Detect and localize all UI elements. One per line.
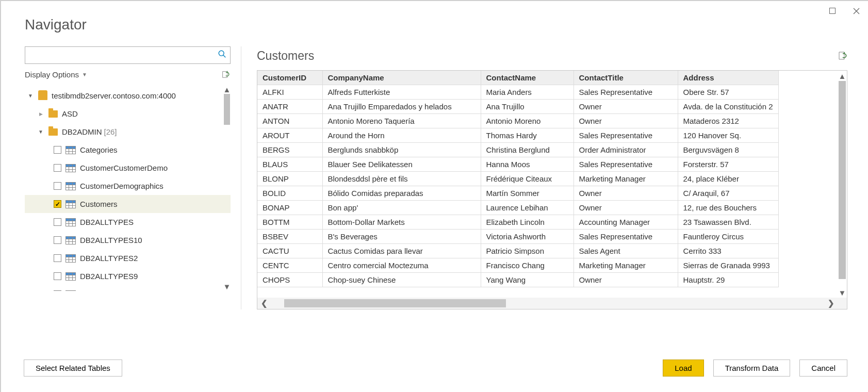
checkbox[interactable] — [54, 236, 61, 244]
checkbox[interactable] — [54, 290, 61, 291]
table-row[interactable]: ANATRAna Trujillo Emparedados y heladosA… — [257, 100, 778, 114]
display-options-dropdown[interactable]: Display Options ▼ — [25, 70, 87, 79]
scroll-up-icon[interactable]: ▲ — [222, 85, 231, 94]
table-row[interactable]: ANTONAntonio Moreno TaqueríaAntonio More… — [257, 114, 778, 128]
search-icon[interactable] — [218, 50, 227, 59]
column-header[interactable]: CompanyName — [322, 71, 481, 85]
tree-table-item[interactable]: DB2ALLTYPES — [25, 213, 231, 231]
table-row[interactable]: BLONPBlondesddsl père et filsFrédérique … — [257, 172, 778, 186]
tree-server-node[interactable]: testibmdb2server.contoso.com:4000 — [25, 87, 231, 105]
table-row[interactable]: AROUTAround the HornThomas HardySales Re… — [257, 128, 778, 143]
table-row[interactable]: BOTTMBottom-Dollar MarketsElizabeth Linc… — [257, 215, 778, 230]
tree-node-label: DB2ADMIN — [62, 127, 102, 136]
table-cell: Alfreds Futterkiste — [322, 85, 481, 100]
scroll-down-icon[interactable]: ▼ — [222, 282, 231, 291]
search-input[interactable] — [25, 47, 230, 63]
column-header[interactable]: ContactName — [481, 71, 574, 85]
table-cell: Around the Horn — [322, 128, 481, 143]
table-cell: 24, place Kléber — [678, 172, 778, 186]
table-cell: C/ Araquil, 67 — [678, 186, 778, 201]
select-related-tables-button[interactable]: Select Related Tables — [24, 360, 122, 377]
tree-folder-asd[interactable]: ASD — [25, 105, 231, 123]
folder-icon — [48, 110, 58, 118]
tree-folder-db2admin[interactable]: DB2ADMIN [26] — [25, 123, 231, 141]
table-cell: Hanna Moos — [481, 157, 574, 172]
table-row[interactable]: BERGSBerglunds snabbköpChristina Berglun… — [257, 143, 778, 157]
table-cell: Blauer See Delikatessen — [322, 157, 481, 172]
grid-scroll-thumb[interactable] — [839, 81, 846, 279]
table-cell: Berguvsvägen 8 — [678, 143, 778, 157]
table-cell: Ana Trujillo — [481, 100, 574, 114]
table-cell: Fauntleroy Circus — [678, 230, 778, 244]
table-row[interactable]: CHOPSChop-suey ChineseYang WangOwnerHaup… — [257, 273, 778, 287]
svg-rect-0 — [830, 8, 836, 14]
tree-table-item[interactable]: Categories — [25, 141, 231, 159]
tree-table-item[interactable]: CustomerDemographics — [25, 177, 231, 195]
table-cell: Blondesddsl père et fils — [322, 172, 481, 186]
table-cell: Maria Anders — [481, 85, 574, 100]
checkbox[interactable] — [54, 200, 61, 208]
table-cell: Francisco Chang — [481, 258, 574, 273]
tree-node-label: Customers — [80, 200, 118, 208]
table-cell: CACTU — [257, 244, 322, 258]
tree-node-count: [26] — [104, 127, 117, 136]
grid-scroll-down-icon[interactable]: ▼ — [838, 287, 847, 298]
checkbox[interactable] — [54, 218, 61, 226]
table-cell: Laurence Lebihan — [481, 201, 574, 215]
tree-table-item[interactable]: DB2ALLTYPES9 — [25, 267, 231, 285]
grid-hscroll: ❮ ❯ — [257, 298, 847, 309]
table-cell: Hauptstr. 29 — [678, 273, 778, 287]
load-button[interactable]: Load — [663, 360, 703, 377]
grid-scroll-left-icon[interactable]: ❮ — [257, 298, 271, 309]
checkbox[interactable] — [54, 182, 61, 190]
table-cell: Cactus Comidas para llevar — [322, 244, 481, 258]
navigator-tree: testibmdb2server.contoso.com:4000 ASD DB… — [25, 85, 231, 291]
checkbox[interactable] — [54, 164, 61, 172]
caret-open-icon[interactable] — [37, 129, 44, 135]
table-row[interactable]: CENTCCentro comercial MoctezumaFrancisco… — [257, 258, 778, 273]
table-cell: Sales Agent — [574, 244, 678, 258]
column-header[interactable]: Address — [678, 71, 778, 85]
tree-table-item[interactable]: DB2ALLTYPES2 — [25, 249, 231, 267]
table-row[interactable]: BOLIDBólido Comidas preparadasMartín Som… — [257, 186, 778, 201]
tree-table-item[interactable]: DB2ALLTYPES10 — [25, 231, 231, 249]
table-cell: B's Beverages — [322, 230, 481, 244]
table-cell: Bottom-Dollar Markets — [322, 215, 481, 230]
table-row[interactable]: BLAUSBlauer See DelikatessenHanna MoosSa… — [257, 157, 778, 172]
table-row[interactable]: BONAPBon app'Laurence LebihanOwner12, ru… — [257, 201, 778, 215]
grid-scroll-right-icon[interactable]: ❯ — [824, 298, 838, 309]
caret-open-icon[interactable] — [27, 93, 34, 99]
tree-table-item[interactable]: CustomerCustomerDemo — [25, 159, 231, 177]
table-row[interactable]: BSBEVB's BeveragesVictoria AshworthSales… — [257, 230, 778, 244]
column-header[interactable]: ContactTitle — [574, 71, 678, 85]
scroll-thumb[interactable] — [224, 94, 230, 125]
table-cell: Berglunds snabbköp — [322, 143, 481, 157]
table-row[interactable]: CACTUCactus Comidas para llevarPatricio … — [257, 244, 778, 258]
cancel-button[interactable]: Cancel — [799, 360, 847, 377]
table-cell: Sales Representative — [574, 157, 678, 172]
tree-table-item[interactable]: DB2TESTCOLUMN — [25, 285, 231, 291]
grid-hscroll-thumb[interactable] — [284, 299, 506, 307]
grid-scroll-up-icon[interactable]: ▲ — [838, 71, 847, 81]
checkbox[interactable] — [54, 254, 61, 262]
dialog-title: Navigator — [1, 1, 868, 46]
transform-data-button[interactable]: Transform Data — [713, 360, 791, 377]
maximize-button[interactable] — [821, 3, 844, 19]
table-cell: Owner — [574, 114, 678, 128]
table-cell: BOLID — [257, 186, 322, 201]
tree-table-item[interactable]: Customers — [25, 195, 231, 213]
tree-node-label: Categories — [80, 145, 118, 154]
caret-closed-icon[interactable] — [37, 111, 44, 117]
table-row[interactable]: ALFKIAlfreds FutterkisteMaria AndersSale… — [257, 85, 778, 100]
table-icon — [65, 272, 76, 281]
checkbox[interactable] — [54, 146, 61, 154]
table-cell: 23 Tsawassen Blvd. — [678, 215, 778, 230]
table-cell: Yang Wang — [481, 273, 574, 287]
checkbox[interactable] — [54, 272, 61, 280]
refresh-preview-icon[interactable] — [837, 51, 847, 61]
table-cell: Owner — [574, 186, 678, 201]
close-button[interactable] — [844, 3, 868, 19]
column-header[interactable]: CustomerID — [257, 71, 322, 85]
refresh-icon[interactable] — [220, 69, 231, 79]
tree-node-label: CustomerDemographics — [80, 182, 163, 190]
